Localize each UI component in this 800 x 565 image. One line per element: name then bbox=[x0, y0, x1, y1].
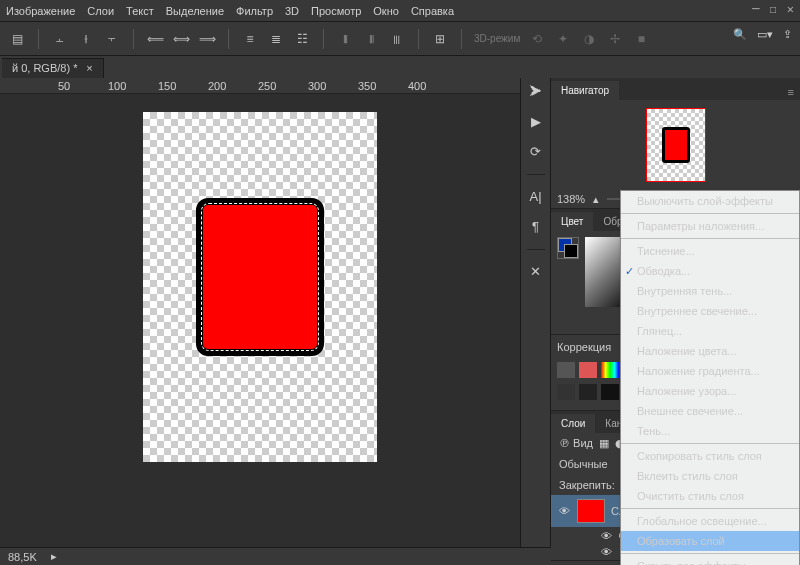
menu-text[interactable]: Текст bbox=[126, 5, 154, 17]
align-right-icon[interactable]: ⟹ bbox=[198, 30, 216, 48]
ctx-item[interactable]: ✓Обводка... bbox=[621, 261, 799, 281]
lock-label: Закрепить: bbox=[559, 479, 615, 491]
ctx-item[interactable]: Параметры наложения... bbox=[621, 216, 799, 236]
close-tab-icon[interactable]: × bbox=[86, 62, 92, 74]
menu-image[interactable]: Изображение bbox=[6, 5, 75, 17]
workspace-icon[interactable]: ▭▾ bbox=[757, 28, 773, 41]
style-swatch[interactable] bbox=[579, 384, 597, 400]
canvas[interactable] bbox=[143, 112, 377, 462]
blend-mode-select[interactable]: Обычные bbox=[559, 458, 608, 470]
divider bbox=[527, 249, 545, 250]
tools-icon[interactable]: ✕ bbox=[527, 264, 545, 280]
layer-thumbnail[interactable] bbox=[577, 499, 605, 523]
align-bottom-icon[interactable]: ⫟ bbox=[103, 30, 121, 48]
3d-icon4[interactable]: ✢ bbox=[606, 30, 624, 48]
menu-help[interactable]: Справка bbox=[411, 5, 454, 17]
divider bbox=[527, 174, 545, 175]
menu-layers[interactable]: Слои bbox=[87, 5, 114, 17]
style-swatch[interactable] bbox=[579, 362, 597, 378]
eye-icon[interactable]: 👁 bbox=[601, 530, 612, 542]
distribute-v1-icon[interactable]: ≡ bbox=[241, 30, 259, 48]
ctx-item[interactable]: Очистить стиль слоя bbox=[621, 486, 799, 506]
align-hcenter-icon[interactable]: ⟺ bbox=[172, 30, 190, 48]
ctx-item[interactable]: Тиснение... bbox=[621, 241, 799, 261]
zoom-out-icon[interactable]: ▴ bbox=[593, 193, 599, 206]
collapsed-panel-strip: ⮞ ▶ ⟳ A| ¶ ✕ bbox=[520, 78, 550, 547]
ruler-horizontal: 50 100 150 200 250 300 350 400 bbox=[0, 78, 520, 94]
ctx-item[interactable]: Скрыть все эффекты bbox=[621, 556, 799, 565]
document-tab[interactable]: й 0, RGB/8) * × bbox=[2, 58, 104, 78]
tab-adjustments[interactable]: Коррекция bbox=[557, 341, 611, 356]
tab-navigator[interactable]: Навигатор bbox=[551, 81, 619, 100]
ctx-item[interactable]: Выключить слой-эффекты bbox=[621, 191, 799, 211]
filter-pixel-icon[interactable]: ▦ bbox=[599, 437, 609, 450]
panel-menu-icon[interactable]: ≡ bbox=[782, 84, 800, 100]
options-toolbar: ▤ ⫠ ⫲ ⫟ ⟸ ⟺ ⟹ ≡ ≣ ☷ ⦀ ⫴ ⫼ ⊞ 3D-режим ⟲ ✦… bbox=[0, 22, 800, 56]
minimize-icon[interactable]: ─ bbox=[752, 2, 759, 16]
distribute-h2-icon[interactable]: ⫴ bbox=[362, 30, 380, 48]
3d-icon1[interactable]: ⟲ bbox=[528, 30, 546, 48]
ctx-item[interactable]: Внутренняя тень... bbox=[621, 281, 799, 301]
align-vcenter-icon[interactable]: ⫲ bbox=[77, 30, 95, 48]
status-arrow-icon[interactable]: ▸ bbox=[51, 550, 57, 563]
ctx-item[interactable]: Наложение узора... bbox=[621, 381, 799, 401]
ctx-item[interactable]: Глобальное освещение... bbox=[621, 511, 799, 531]
menu-view[interactable]: Просмотр bbox=[311, 5, 361, 17]
style-swatch[interactable] bbox=[557, 384, 575, 400]
3d-icon5[interactable]: ■ bbox=[632, 30, 650, 48]
ctx-item[interactable]: Внутреннее свечение... bbox=[621, 301, 799, 321]
layer-style-context-menu: Выключить слой-эффектыПараметры наложени… bbox=[620, 190, 800, 565]
navigator-thumbnail[interactable] bbox=[646, 108, 706, 182]
navigator-panel[interactable] bbox=[551, 100, 800, 190]
zoom-value[interactable]: 138% bbox=[557, 193, 585, 205]
status-memory: 88,5K bbox=[8, 551, 37, 563]
share-icon[interactable]: ⇪ bbox=[783, 28, 792, 41]
close-icon[interactable]: ✕ bbox=[787, 2, 794, 16]
document-tabs: й 0, RGB/8) * × bbox=[0, 56, 800, 78]
ctx-item[interactable]: Глянец... bbox=[621, 321, 799, 341]
ctx-item: Вклеить стиль слоя bbox=[621, 466, 799, 486]
ctx-item[interactable]: Скопировать стиль слоя bbox=[621, 446, 799, 466]
paragraph-icon[interactable]: ¶ bbox=[527, 219, 545, 235]
rounded-rectangle-shape[interactable] bbox=[196, 198, 324, 356]
menu-bar: Изображение Слои Текст Выделение Фильтр … bbox=[0, 0, 800, 22]
menu-3d[interactable]: 3D bbox=[285, 5, 299, 17]
menu-select[interactable]: Выделение bbox=[166, 5, 224, 17]
ctx-item[interactable]: Образовать слой bbox=[621, 531, 799, 551]
history-icon[interactable]: ⟳ bbox=[527, 144, 545, 160]
maximize-icon[interactable]: ☐ bbox=[770, 2, 777, 16]
distribute-v2-icon[interactable]: ≣ bbox=[267, 30, 285, 48]
align-left2-icon[interactable]: ⟸ bbox=[146, 30, 164, 48]
play-icon[interactable]: ▶ bbox=[527, 114, 545, 130]
menu-window[interactable]: Окно bbox=[373, 5, 399, 17]
char-icon[interactable]: A| bbox=[527, 189, 545, 205]
visibility-icon[interactable]: 👁 bbox=[557, 505, 571, 517]
distribute-h1-icon[interactable]: ⦀ bbox=[336, 30, 354, 48]
align-left-icon[interactable]: ▤ bbox=[8, 30, 26, 48]
expand-panels-icon[interactable]: ⮞ bbox=[527, 84, 545, 100]
style-swatch[interactable] bbox=[557, 362, 575, 378]
3d-icon2[interactable]: ✦ bbox=[554, 30, 572, 48]
tab-color[interactable]: Цвет bbox=[551, 212, 593, 231]
ctx-item[interactable]: Наложение цвета... bbox=[621, 341, 799, 361]
window-controls: ─ ☐ ✕ bbox=[752, 2, 794, 16]
style-swatch[interactable] bbox=[601, 362, 619, 378]
ctx-item[interactable]: Наложение градиента... bbox=[621, 361, 799, 381]
mode-3d-label[interactable]: 3D-режим bbox=[474, 33, 520, 44]
eye-icon[interactable]: 👁 bbox=[601, 546, 612, 558]
menu-filter[interactable]: Фильтр bbox=[236, 5, 273, 17]
auto-align-icon[interactable]: ⊞ bbox=[431, 30, 449, 48]
tab-layers[interactable]: Слои bbox=[551, 414, 595, 433]
distribute-v3-icon[interactable]: ☷ bbox=[293, 30, 311, 48]
search-icon[interactable]: 🔍 bbox=[733, 28, 747, 41]
fg-bg-swatch[interactable] bbox=[557, 237, 579, 259]
style-swatch[interactable] bbox=[601, 384, 619, 400]
3d-icon3[interactable]: ◑ bbox=[580, 30, 598, 48]
align-top-icon[interactable]: ⫠ bbox=[51, 30, 69, 48]
distribute-h3-icon[interactable]: ⫼ bbox=[388, 30, 406, 48]
layer-filter-label[interactable]: ℗ Вид bbox=[559, 437, 593, 450]
canvas-area: 50 100 150 200 250 300 350 400 bbox=[0, 78, 520, 547]
ctx-item[interactable]: Внешнее свечение... bbox=[621, 401, 799, 421]
ctx-item[interactable]: Тень... bbox=[621, 421, 799, 441]
